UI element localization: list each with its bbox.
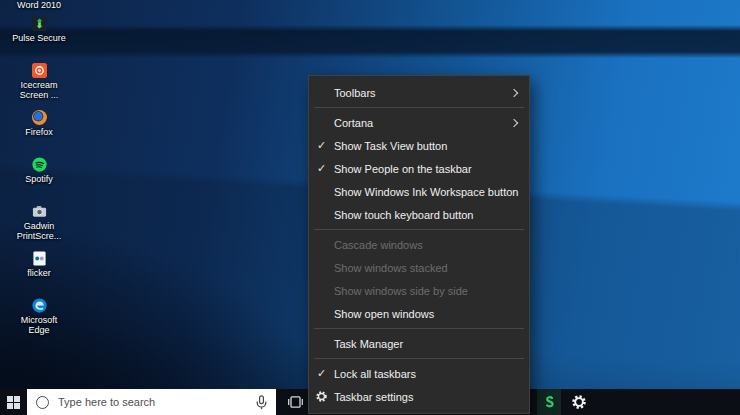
menu-separator (314, 229, 524, 230)
desktop-icon-word-2010[interactable]: Word 2010 (2, 0, 76, 14)
pulse-secure-taskbar-icon[interactable] (537, 389, 561, 415)
checkmark-icon: ✓ (317, 140, 326, 151)
desktop-icon-firefox[interactable]: Firefox (2, 108, 76, 155)
desktop-icon-gadwin-printscreen[interactable]: Gadwin PrintScre... (2, 202, 76, 249)
windows-logo-icon (7, 396, 20, 409)
taskbar-context-menu: Toolbars Cortana ✓ Show Task View button… (308, 75, 530, 414)
flicker-icon (32, 251, 47, 266)
gear-icon (315, 390, 328, 403)
gadwin-printscreen-icon (32, 204, 47, 219)
desktop-icon-label: Icecream Screen ... (20, 80, 59, 100)
menu-item-show-touch-keyboard-button[interactable]: Show touch keyboard button (309, 203, 529, 226)
menu-item-cascade-windows: Cascade windows (309, 233, 529, 256)
desktop-icon-pulse-secure[interactable]: Pulse Secure (2, 14, 76, 61)
microsoft-edge-icon (32, 298, 47, 313)
menu-item-task-manager[interactable]: Task Manager (309, 332, 529, 355)
desktop-icon-label: flicker (27, 268, 51, 278)
menu-separator (314, 328, 524, 329)
checkmark-icon: ✓ (317, 368, 326, 379)
desktop-icon-spotify[interactable]: Spotify (2, 155, 76, 202)
menu-item-cortana[interactable]: Cortana (309, 111, 529, 134)
taskbar-search-box[interactable]: Type here to search (27, 389, 276, 415)
task-view-icon (287, 395, 304, 409)
menu-item-show-task-view-button[interactable]: ✓ Show Task View button (309, 134, 529, 157)
desktop-icon-icecream-screen-recorder[interactable]: Icecream Screen ... (2, 61, 76, 108)
cortana-circle-icon (36, 396, 49, 409)
menu-separator (314, 358, 524, 359)
task-view-button[interactable] (280, 389, 310, 415)
menu-item-show-people-on-taskbar[interactable]: ✓ Show People on the taskbar (309, 157, 529, 180)
desktop-icon-label: Pulse Secure (12, 33, 66, 43)
menu-item-lock-all-taskbars[interactable]: ✓ Lock all taskbars (309, 362, 529, 385)
submenu-arrow-icon (510, 118, 518, 126)
desktop-icon-label: Firefox (25, 127, 53, 137)
desktop-icon-microsoft-edge[interactable]: Microsoft Edge (2, 296, 76, 343)
icecream-screen-recorder-icon (32, 63, 47, 78)
microphone-icon[interactable] (256, 395, 267, 410)
desktop-icon-label: Gadwin PrintScre... (17, 221, 62, 241)
menu-item-toolbars[interactable]: Toolbars (309, 81, 529, 104)
desktop-icon-label: Microsoft Edge (21, 315, 58, 335)
desktop-icon-flicker[interactable]: flicker (2, 249, 76, 296)
settings-taskbar-icon[interactable] (566, 389, 592, 415)
desktop-icon-label: Word 2010 (17, 0, 61, 10)
menu-item-show-ink-workspace-button[interactable]: Show Windows Ink Workspace button (309, 180, 529, 203)
menu-item-show-windows-stacked: Show windows stacked (309, 256, 529, 279)
submenu-arrow-icon (510, 88, 518, 96)
menu-item-show-windows-side-by-side: Show windows side by side (309, 279, 529, 302)
search-placeholder-text: Type here to search (58, 396, 155, 408)
firefox-icon (32, 110, 47, 125)
menu-separator (314, 107, 524, 108)
desktop-icon-column: Word 2010 Pulse Secure Icecream Screen .… (2, 0, 76, 343)
checkmark-icon: ✓ (317, 163, 326, 174)
menu-item-taskbar-settings[interactable]: Taskbar settings (309, 385, 529, 408)
start-button[interactable] (0, 389, 26, 415)
desktop-icon-label: Spotify (25, 174, 53, 184)
pulse-secure-icon (32, 16, 47, 31)
gear-icon (571, 394, 587, 410)
spotify-icon (32, 157, 47, 172)
pulse-secure-s-icon (542, 394, 556, 411)
menu-item-show-open-windows[interactable]: Show open windows (309, 302, 529, 325)
